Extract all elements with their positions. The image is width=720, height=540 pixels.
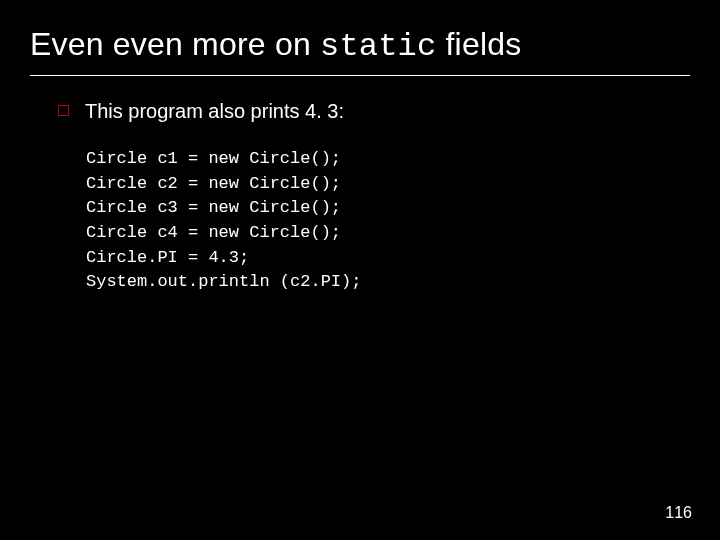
- bullet-icon: [58, 105, 69, 116]
- title-mono: static: [320, 28, 436, 65]
- code-block: Circle c1 = new Circle(); Circle c2 = ne…: [58, 143, 680, 295]
- slide-title: Even even more on static fields: [30, 26, 690, 76]
- bullet-text: This program also prints 4. 3:: [85, 100, 344, 123]
- slide-body: This program also prints 4. 3: Circle c1…: [30, 76, 690, 295]
- slide: Even even more on static fields This pro…: [0, 0, 720, 540]
- title-pre: Even even more on: [30, 26, 320, 62]
- page-number: 116: [665, 504, 692, 522]
- title-post: fields: [436, 26, 521, 62]
- bullet-row: This program also prints 4. 3:: [58, 100, 680, 123]
